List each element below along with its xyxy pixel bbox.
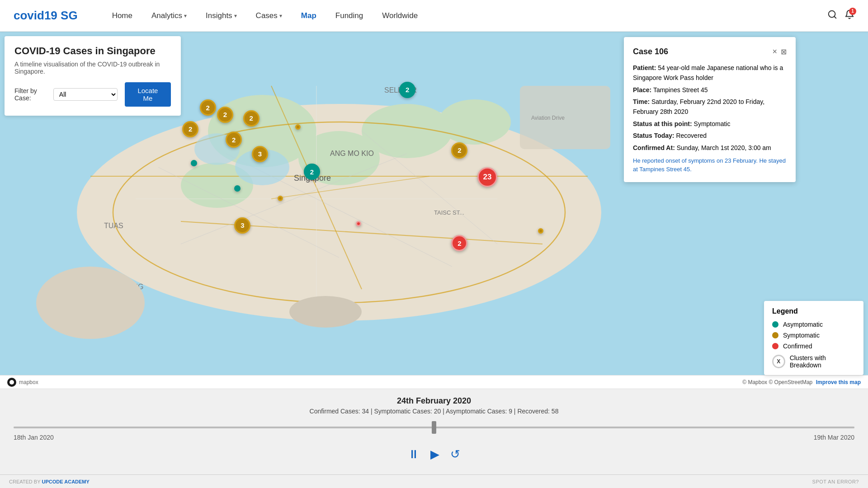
filter-select[interactable]: All Confirmed Symptomatic Asymptomatic R… [53,88,118,101]
logo-black: covid19 [14,9,57,22]
insights-chevron-icon: ▾ [234,13,237,19]
nav-icons: 1 [827,9,854,22]
nav-cases[interactable]: Cases ▾ [249,8,289,24]
nav-funding[interactable]: Funding [328,8,370,24]
case-status-today-field: Status Today: Recovered [633,131,787,141]
map-pin-gold-dot-2[interactable] [538,228,543,234]
map-container[interactable]: SELETAR ANG MO KIO Singapore TUAS JURONG… [0,32,868,389]
map-pin-gold-1[interactable]: 2 [182,121,198,137]
map-pin-gold-7[interactable]: 3 [234,217,250,234]
timeline-labels: 18th Jan 2020 19th Mar 2020 [14,434,854,441]
cluster-icon: X [772,355,785,368]
timeline-slider-wrapper [14,422,854,430]
svg-line-1 [834,16,836,18]
analytics-chevron-icon: ▾ [184,13,187,19]
svg-point-25 [289,296,362,328]
timeline-current-date: 24th February 2020 [14,396,854,406]
case-place-field: Place: Tampines Street 45 [633,85,787,95]
timeline-end-date: 19th Mar 2020 [814,434,854,441]
mapbox-logo: mapbox [7,378,38,387]
page-footer: CREATED BY UPCODE ACADEMY SPOT AN ERROR? [0,474,868,488]
case-popup-expand-button[interactable]: ⊠ [781,47,787,56]
footer-copy: © Mapbox © OpenStreetMap Improve this ma… [742,379,861,385]
svg-point-8 [439,99,511,145]
svg-text:Aviation Drive: Aviation Drive [531,115,565,121]
created-by-label: CREATED BY [9,479,40,484]
spot-error-link[interactable]: SPOT AN ERROR? [812,479,859,484]
case-popup-title: Case 106 [633,45,668,58]
map-pin-gold-6[interactable]: 3 [252,146,268,162]
nav-map[interactable]: Map [294,8,324,24]
map-pin-gold-5[interactable]: 2 [243,110,259,127]
play-button[interactable]: ▶ [430,447,439,461]
case-popup-close-button[interactable]: × [772,47,777,56]
mapbox-circle-icon [7,378,16,387]
map-pin-gold-2[interactable]: 2 [200,99,216,116]
asymptomatic-dot [772,321,778,328]
nav-insights[interactable]: Insights ▾ [198,8,244,24]
map-pin-teal-1[interactable]: 2 [399,82,415,98]
search-button[interactable] [827,9,837,22]
timeline-start-date: 18th Jan 2020 [14,434,54,441]
case-time-field: Time: Saturday, February 22nd 2020 to Fr… [633,97,787,117]
legend-symptomatic: Symptomatic [772,332,855,339]
case-popup-header: Case 106 × ⊠ [633,45,787,58]
legend-confirmed: Confirmed [772,343,855,350]
confirmed-dot [772,343,778,349]
cases-chevron-icon: ▾ [279,13,282,19]
mapbox-label: mapbox [19,379,38,385]
notification-button[interactable]: 1 [844,9,854,22]
creator-link[interactable]: UPCODE ACADEMY [42,479,90,484]
case-confirmed-field: Confirmed At: Sunday, March 1st 2020, 3:… [633,143,787,153]
svg-text:TUAS: TUAS [104,222,123,230]
reset-button[interactable]: ↺ [450,447,460,461]
confirmed-label: Confirmed [783,343,812,350]
svg-text:ANG MO KIO: ANG MO KIO [330,150,374,157]
symptomatic-label: Symptomatic [783,332,820,339]
info-card: COVID-19 Cases in Singapore A timeline v… [5,36,181,116]
improve-map-link[interactable]: Improve this map [816,379,861,385]
svg-point-24 [36,267,145,339]
notification-badge: 1 [849,8,856,15]
filter-row: Filter by Case: All Confirmed Symptomati… [14,82,171,107]
logo-blue: SG [57,9,78,22]
legend-asymptomatic: Asymptomatic [772,321,855,328]
info-card-title: COVID-19 Cases in Singapore [14,45,171,57]
legend-cluster: X Clusters with Breakdown [772,354,855,369]
legend-title: Legend [772,307,855,315]
filter-label: Filter by Case: [14,87,46,102]
pause-button[interactable]: ⏸ [408,447,420,461]
timeline-stats: Confirmed Cases: 34 | Symptomatic Cases:… [14,408,854,415]
nav-links: Home Analytics ▾ Insights ▾ Cases ▾ Map … [105,8,827,24]
cluster-label: Clusters with Breakdown [790,354,855,369]
nav-worldwide[interactable]: Worldwide [375,8,425,24]
legend-card: Legend Asymptomatic Symptomatic Confirme… [764,301,863,375]
navbar: covid19 SG Home Analytics ▾ Insights ▾ C… [0,0,868,32]
case-status-point-field: Status at this point: Symptomatic [633,119,787,129]
mapbox-circle-inner [9,380,14,385]
map-pin-gold-3[interactable]: 2 [217,107,233,123]
timeline-container: 24th February 2020 Confirmed Cases: 34 |… [0,389,868,488]
timeline-slider[interactable] [14,427,854,428]
asymptomatic-label: Asymptomatic [783,321,823,328]
nav-home[interactable]: Home [105,8,140,24]
map-pin-red-dot-1[interactable] [356,221,361,226]
timeline-controls: ⏸ ▶ ↺ [14,447,854,461]
symptomatic-dot [772,332,778,338]
case-patient-field: Patient: 54 year-old male Japanese natio… [633,63,787,83]
map-pin-teal-3[interactable] [234,185,241,192]
logo[interactable]: covid19 SG [14,9,78,23]
locate-me-button[interactable]: Locate Me [125,82,171,107]
map-footer: mapbox © Mapbox © OpenStreetMap Improve … [0,375,868,389]
map-pin-red-1[interactable]: 23 [477,167,497,187]
nav-analytics[interactable]: Analytics ▾ [144,8,194,24]
case-popup: Case 106 × ⊠ Patient: 54 year-old male J… [624,37,796,182]
case-link-text[interactable]: He reported onset of symptoms on 23 Febr… [633,156,787,174]
info-card-subtitle: A timeline visualisation of the COVID-19… [14,61,171,75]
